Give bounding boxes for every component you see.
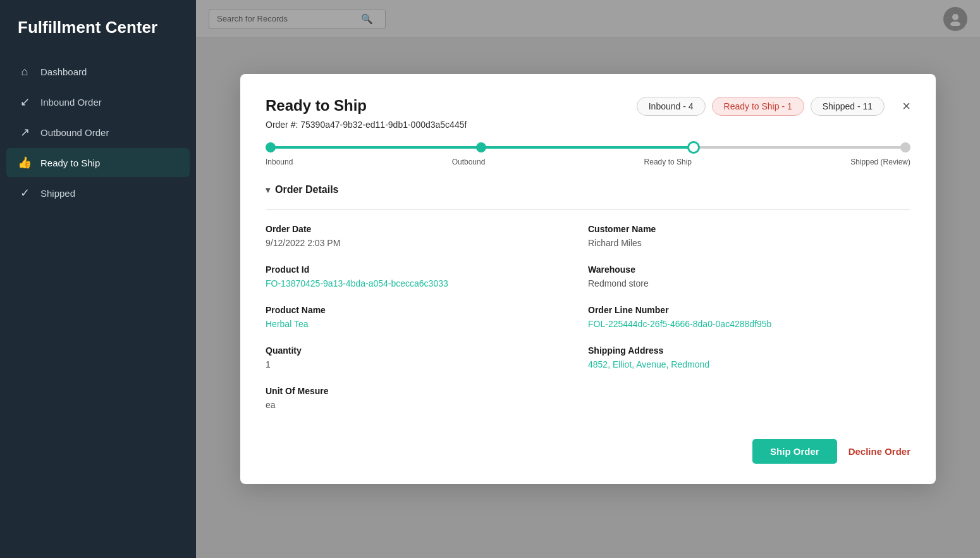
main-area: 🔍 Ready to Ship Inbound - 4 Ready to Shi… xyxy=(196,0,980,558)
step-label-outbound: Outbound xyxy=(452,158,486,166)
field-value-product-name[interactable]: Herbal Tea xyxy=(266,319,588,329)
modal-title: Ready to Ship xyxy=(266,97,367,115)
shipped-icon: ✓ xyxy=(18,186,32,200)
field-value-shipping-address[interactable]: 4852, Elliot, Avenue, Redmond xyxy=(588,359,910,369)
sidebar-item-inbound-order[interactable]: ↙ Inbound Order xyxy=(6,87,190,116)
sidebar: Fulfillment Center ⌂ Dashboard ↙ Inbound… xyxy=(0,0,196,558)
field-value-customer-name: Richard Miles xyxy=(588,238,910,248)
field-label-product-name: Product Name xyxy=(266,305,588,315)
close-button[interactable]: × xyxy=(902,99,910,113)
ship-order-button[interactable]: Ship Order xyxy=(752,439,837,464)
sidebar-item-label: Inbound Order xyxy=(40,97,102,108)
progress-dots xyxy=(266,141,910,154)
field-unit-of-measure: Unit Of Mesure ea xyxy=(266,386,588,410)
field-value-order-date: 9/12/2022 2:03 PM xyxy=(266,238,588,248)
field-order-line-number: Order Line Number FOL-225444dc-26f5-4666… xyxy=(588,305,910,329)
step-dot-inbound xyxy=(266,142,276,152)
field-label-order-line-number: Order Line Number xyxy=(588,305,910,315)
modal: Ready to Ship Inbound - 4 Ready to Ship … xyxy=(240,74,936,484)
field-order-date: Order Date 9/12/2022 2:03 PM xyxy=(266,224,588,248)
step-dot-outbound xyxy=(476,142,486,152)
app-title: Fulfillment Center xyxy=(0,0,196,58)
badge-shipped[interactable]: Shipped - 11 xyxy=(811,97,885,116)
badge-inbound[interactable]: Inbound - 4 xyxy=(637,97,706,116)
step-dot-shipped xyxy=(900,142,910,152)
decline-order-button[interactable]: Decline Order xyxy=(848,446,910,457)
field-value-product-id[interactable]: FO-13870425-9a13-4bda-a054-bcecca6c3033 xyxy=(266,278,588,288)
field-product-name: Product Name Herbal Tea xyxy=(266,305,588,329)
step-label-inbound: Inbound xyxy=(266,158,293,166)
field-value-warehouse: Redmond store xyxy=(588,278,910,288)
home-icon: ⌂ xyxy=(18,65,32,78)
outbound-icon: ↗ xyxy=(18,125,32,139)
field-value-unit-of-measure: ea xyxy=(266,400,588,410)
order-number-label: Order #: xyxy=(266,120,298,130)
details-grid: Order Date 9/12/2022 2:03 PM Product Id … xyxy=(266,224,910,426)
field-customer-name: Customer Name Richard Miles xyxy=(588,224,910,248)
order-details-label: Order Details xyxy=(275,184,338,195)
progress-labels: Inbound Outbound Ready to Ship Shipped (… xyxy=(266,158,910,166)
sidebar-item-dashboard[interactable]: ⌂ Dashboard xyxy=(6,58,190,86)
ready-icon: 👍 xyxy=(18,156,32,170)
step-dot-ready-to-ship xyxy=(687,141,700,154)
details-left-column: Order Date 9/12/2022 2:03 PM Product Id … xyxy=(266,224,588,426)
modal-header: Ready to Ship Inbound - 4 Ready to Ship … xyxy=(266,97,910,116)
sidebar-item-outbound-order[interactable]: ↗ Outbound Order xyxy=(6,118,190,147)
sidebar-item-label: Outbound Order xyxy=(40,127,109,138)
field-label-product-id: Product Id xyxy=(266,264,588,275)
field-quantity: Quantity 1 xyxy=(266,345,588,369)
field-label-order-date: Order Date xyxy=(266,224,588,234)
chevron-down-icon: ▾ xyxy=(266,185,270,195)
progress-track xyxy=(266,144,910,151)
field-product-id: Product Id FO-13870425-9a13-4bda-a054-bc… xyxy=(266,264,588,288)
sidebar-item-ready-to-ship[interactable]: 👍 Ready to Ship xyxy=(6,148,190,177)
field-value-order-line-number[interactable]: FOL-225444dc-26f5-4666-8da0-0ac4288df95b xyxy=(588,319,910,329)
field-value-quantity: 1 xyxy=(266,359,588,369)
badge-ready-to-ship[interactable]: Ready to Ship - 1 xyxy=(712,97,804,116)
field-label-shipping-address: Shipping Address xyxy=(588,345,910,356)
inbound-icon: ↙ xyxy=(18,95,32,109)
field-warehouse: Warehouse Redmond store xyxy=(588,264,910,288)
field-label-warehouse: Warehouse xyxy=(588,264,910,275)
sidebar-item-label: Shipped xyxy=(40,188,75,199)
details-divider xyxy=(266,209,910,210)
step-label-shipped: Shipped (Review) xyxy=(850,158,910,166)
field-label-quantity: Quantity xyxy=(266,345,588,356)
modal-badges: Inbound - 4 Ready to Ship - 1 Shipped - … xyxy=(637,97,885,116)
sidebar-item-shipped[interactable]: ✓ Shipped xyxy=(6,178,190,208)
order-number-value: 75390a47-9b32-ed11-9db1-000d3a5c445f xyxy=(300,120,467,130)
field-label-unit-of-measure: Unit Of Mesure xyxy=(266,386,588,396)
order-number: Order #: 75390a47-9b32-ed11-9db1-000d3a5… xyxy=(266,120,910,130)
field-shipping-address: Shipping Address 4852, Elliot, Avenue, R… xyxy=(588,345,910,369)
sidebar-item-label: Ready to Ship xyxy=(40,158,100,168)
overlay: Ready to Ship Inbound - 4 Ready to Ship … xyxy=(196,0,980,558)
modal-footer: Ship Order Decline Order xyxy=(266,439,910,464)
field-label-customer-name: Customer Name xyxy=(588,224,910,234)
step-label-ready-to-ship: Ready to Ship xyxy=(644,158,692,166)
order-details-header[interactable]: ▾ Order Details xyxy=(266,184,910,195)
sidebar-item-label: Dashboard xyxy=(40,66,87,77)
progress-section: Inbound Outbound Ready to Ship Shipped (… xyxy=(266,144,910,166)
details-right-column: Customer Name Richard Miles Warehouse Re… xyxy=(588,224,910,426)
sidebar-nav: ⌂ Dashboard ↙ Inbound Order ↗ Outbound O… xyxy=(0,58,196,208)
